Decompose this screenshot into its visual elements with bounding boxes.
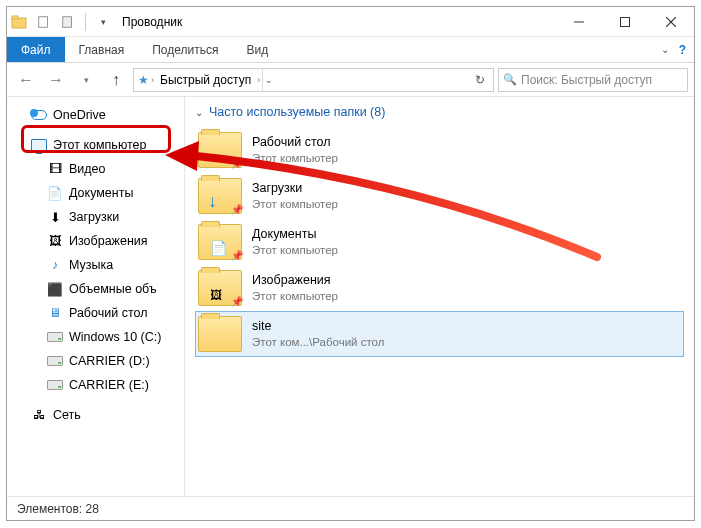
pin-icon: 📌 bbox=[231, 158, 243, 169]
nav-label: Документы bbox=[69, 186, 133, 200]
documents-icon: 📄 bbox=[47, 185, 63, 201]
folder-item-downloads[interactable]: ↓📌 Загрузки Этот компьютер bbox=[195, 173, 684, 219]
nav-pictures[interactable]: 🖼 Изображения bbox=[7, 229, 184, 253]
nav-label: Видео bbox=[69, 162, 106, 176]
quick-access-star-icon: ★ bbox=[138, 73, 149, 87]
nav-this-pc[interactable]: Этот компьютер bbox=[7, 133, 184, 157]
help-icon[interactable]: ? bbox=[679, 43, 686, 57]
status-count: 28 bbox=[86, 502, 99, 516]
nav-drive-c[interactable]: Windows 10 (C:) bbox=[7, 325, 184, 349]
group-header-frequent[interactable]: ⌄ Часто используемые папки (8) bbox=[195, 105, 684, 119]
svg-rect-3 bbox=[63, 16, 72, 27]
svg-rect-5 bbox=[621, 17, 630, 26]
crumb-dropdown[interactable]: ⌄ bbox=[262, 69, 275, 91]
monitor-icon bbox=[31, 137, 47, 153]
objects3d-icon: ⬛ bbox=[47, 281, 63, 297]
nav-label: Сеть bbox=[53, 408, 81, 422]
svg-rect-2 bbox=[39, 16, 48, 27]
breadcrumb[interactable]: ★ › Быстрый доступ › ⌄ ↻ bbox=[133, 68, 494, 92]
item-name: Загрузки bbox=[252, 181, 338, 197]
crumb-quick-access[interactable]: Быстрый доступ bbox=[156, 73, 255, 87]
search-input[interactable]: 🔍 Поиск: Быстрый доступ bbox=[498, 68, 688, 92]
refresh-button[interactable]: ↻ bbox=[471, 73, 489, 87]
item-location: Этот компьютер bbox=[252, 151, 338, 165]
pictures-icon: 🖼 bbox=[47, 233, 63, 249]
item-location: Этот компьютер bbox=[252, 243, 338, 257]
nav-label: Этот компьютер bbox=[53, 138, 146, 152]
address-bar: ← → ▾ ↑ ★ › Быстрый доступ › ⌄ ↻ 🔍 Поиск… bbox=[7, 63, 694, 97]
maximize-button[interactable] bbox=[602, 7, 648, 37]
nav-up-button[interactable]: ↑ bbox=[103, 67, 129, 93]
downloads-icon: ⬇ bbox=[47, 209, 63, 225]
nav-label: OneDrive bbox=[53, 108, 106, 122]
item-name: Документы bbox=[252, 227, 338, 243]
nav-videos[interactable]: 🎞 Видео bbox=[7, 157, 184, 181]
nav-desktop[interactable]: 🖥 Рабочий стол bbox=[7, 301, 184, 325]
search-icon: 🔍 bbox=[503, 73, 517, 86]
navigation-pane[interactable]: OneDrive Этот компьютер 🎞 Видео 📄 Докуме… bbox=[7, 97, 185, 496]
drive-icon bbox=[47, 377, 63, 393]
qat-properties[interactable] bbox=[33, 11, 55, 33]
ribbon-expand-icon[interactable]: ⌄ bbox=[661, 44, 669, 55]
item-name: site bbox=[252, 319, 384, 335]
nav-label: CARRIER (D:) bbox=[69, 354, 150, 368]
drive-icon bbox=[47, 353, 63, 369]
nav-label: Загрузки bbox=[69, 210, 119, 224]
chevron-down-icon[interactable]: ⌄ bbox=[195, 107, 203, 118]
status-bar: Элементов: 28 bbox=[7, 496, 694, 520]
pin-icon: 📌 bbox=[231, 250, 243, 261]
nav-label: Windows 10 (C:) bbox=[69, 330, 161, 344]
minimize-button[interactable] bbox=[556, 7, 602, 37]
nav-documents[interactable]: 📄 Документы bbox=[7, 181, 184, 205]
item-name: Рабочий стол bbox=[252, 135, 338, 151]
svg-rect-1 bbox=[12, 16, 18, 19]
qat-new-folder[interactable] bbox=[57, 11, 79, 33]
content-pane[interactable]: ⌄ Часто используемые папки (8) 📌 Рабочий… bbox=[185, 97, 694, 496]
qat-customize[interactable]: ▾ bbox=[92, 11, 114, 33]
nav-drive-e[interactable]: CARRIER (E:) bbox=[7, 373, 184, 397]
titlebar: ▾ Проводник bbox=[7, 7, 694, 37]
folder-item-documents[interactable]: 📄📌 Документы Этот компьютер bbox=[195, 219, 684, 265]
folder-item-desktop[interactable]: 📌 Рабочий стол Этот компьютер bbox=[195, 127, 684, 173]
tab-file[interactable]: Файл bbox=[7, 37, 65, 62]
nav-network[interactable]: 🖧 Сеть bbox=[7, 403, 184, 427]
chevron-right-icon[interactable]: › bbox=[151, 75, 154, 85]
document-icon: 📄 bbox=[210, 240, 227, 256]
item-name: Изображения bbox=[252, 273, 338, 289]
ribbon-tabs: Файл Главная Поделиться Вид ⌄ ? bbox=[7, 37, 694, 63]
chevron-right-icon[interactable]: › bbox=[257, 75, 260, 85]
music-icon: ♪ bbox=[47, 257, 63, 273]
drive-icon bbox=[47, 329, 63, 345]
nav-recent-dropdown[interactable]: ▾ bbox=[73, 67, 99, 93]
folder-item-pictures[interactable]: 🖼📌 Изображения Этот компьютер bbox=[195, 265, 684, 311]
nav-3d-objects[interactable]: ⬛ Объемные объ bbox=[7, 277, 184, 301]
tab-home[interactable]: Главная bbox=[65, 37, 139, 62]
nav-label: Рабочий стол bbox=[69, 306, 147, 320]
close-button[interactable] bbox=[648, 7, 694, 37]
nav-label: Объемные объ bbox=[69, 282, 157, 296]
folder-item-site[interactable]: site Этот ком...\Рабочий стол bbox=[195, 311, 684, 357]
item-location: Этот компьютер bbox=[252, 197, 338, 211]
pin-icon: 📌 bbox=[231, 296, 243, 307]
picture-icon: 🖼 bbox=[210, 288, 222, 302]
nav-label: CARRIER (E:) bbox=[69, 378, 149, 392]
app-icon bbox=[11, 14, 27, 30]
download-arrow-icon: ↓ bbox=[208, 191, 217, 212]
videos-icon: 🎞 bbox=[47, 161, 63, 177]
pin-icon: 📌 bbox=[231, 204, 243, 215]
nav-drive-d[interactable]: CARRIER (D:) bbox=[7, 349, 184, 373]
nav-forward-button[interactable]: → bbox=[43, 67, 69, 93]
desktop-icon: 🖥 bbox=[47, 305, 63, 321]
explorer-window: ▾ Проводник Файл Главная Поделиться Вид … bbox=[6, 6, 695, 521]
search-placeholder: Поиск: Быстрый доступ bbox=[521, 73, 652, 87]
status-label: Элементов: bbox=[17, 502, 82, 516]
onedrive-icon bbox=[31, 107, 47, 123]
nav-onedrive[interactable]: OneDrive bbox=[7, 103, 184, 127]
nav-back-button[interactable]: ← bbox=[13, 67, 39, 93]
network-icon: 🖧 bbox=[31, 407, 47, 423]
nav-label: Изображения bbox=[69, 234, 148, 248]
nav-music[interactable]: ♪ Музыка bbox=[7, 253, 184, 277]
nav-downloads[interactable]: ⬇ Загрузки bbox=[7, 205, 184, 229]
tab-share[interactable]: Поделиться bbox=[138, 37, 232, 62]
tab-view[interactable]: Вид bbox=[232, 37, 282, 62]
